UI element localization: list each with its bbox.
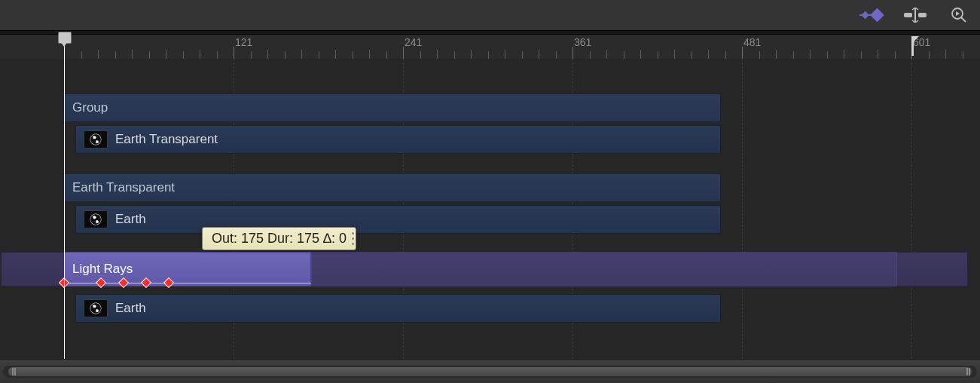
keyframe-editor-button[interactable] [859,6,884,24]
scrollbar-zoom-handle-right[interactable] [964,369,970,375]
horizontal-scrollbar[interactable] [0,359,980,383]
svg-rect-1 [861,11,869,20]
clip-group[interactable]: Group [64,93,721,122]
clip-earth-tr-1[interactable]: Earth Transparent [75,125,721,154]
scrollbar-zoom-handle-left[interactable] [10,369,16,375]
scrollbar-track[interactable] [3,366,977,378]
ruler-label: 481 [743,36,761,48]
playhead[interactable] [64,35,65,359]
timeline-panel: 121241361481601 GroupEarth TransparentEa… [0,0,980,383]
earth-thumbnail-icon [84,299,108,317]
ruler-label: 361 [574,36,591,48]
trim-tooltip-text: Out: 175 Dur: 175 ∆: 0 [212,231,347,246]
svg-rect-2 [870,8,884,22]
trim-tooltip: Out: 175 Dur: 175 ∆: 0 [202,227,356,250]
clip-label: Group [72,100,108,115]
clip-label: Earth [115,301,146,316]
zoom-play-button[interactable] [947,6,971,24]
svg-rect-4 [918,13,927,17]
filter-ghost-region [311,252,897,286]
clip-label: Earth Transparent [72,180,175,195]
time-ruler[interactable]: 121241361481601 [0,35,980,59]
timeline-body: GroupEarth TransparentEarth TransparentE… [0,59,980,359]
clip-label: Earth Transparent [115,132,218,147]
filter-label: Light Rays [72,262,133,277]
svg-rect-3 [904,13,912,17]
clip-earth-tr-2[interactable]: Earth Transparent [64,173,721,202]
clip-earth-1[interactable]: Earth [75,205,721,234]
track-area: GroupEarth TransparentEarth TransparentE… [64,59,980,359]
earth-thumbnail-icon [84,210,108,228]
clip-label: Earth [115,212,146,227]
ruler-label: 241 [405,36,422,48]
clip-earth-2[interactable]: Earth [75,294,721,323]
timeline-toolbar [0,0,980,30]
snapping-button[interactable] [903,6,927,24]
ruler-label: 121 [235,36,252,48]
svg-marker-12 [956,11,960,16]
svg-line-11 [961,17,966,22]
earth-thumbnail-icon [84,130,108,149]
scrollbar-thumb[interactable] [8,366,972,377]
out-point-marker[interactable] [911,36,922,51]
